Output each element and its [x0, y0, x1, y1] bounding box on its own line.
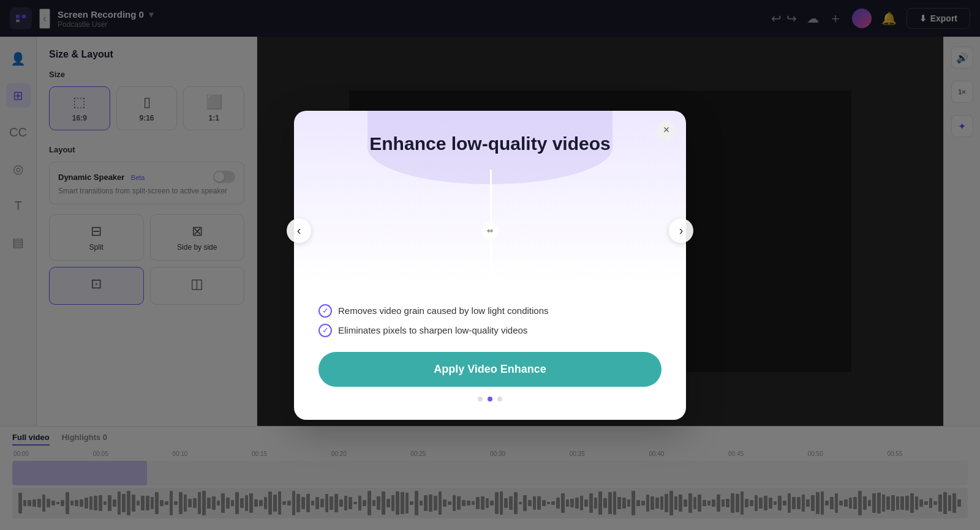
check-icon-1: ✓: [318, 304, 332, 318]
modal-title: Enhance low-quality videos: [318, 133, 662, 155]
enhance-modal: × Enhance low-quality videos ‹: [294, 111, 686, 420]
carousel-dots: [318, 397, 662, 401]
check-icon-2: ✓: [318, 324, 332, 337]
comparison-section: ‹ OPEN: [318, 170, 662, 292]
close-icon: ×: [663, 124, 670, 136]
before-after-comparison: OPEN: [318, 170, 662, 292]
feature-item-2: ✓ Eliminates pixels to sharpen low-quali…: [318, 324, 662, 337]
apply-video-enhance-button[interactable]: Apply Video Enhance: [318, 352, 662, 387]
carousel-prev-button[interactable]: ‹: [287, 218, 311, 243]
modal-overlay[interactable]: × Enhance low-quality videos ‹: [0, 0, 980, 530]
feature-text-2: Eliminates pixels to sharpen low-quality…: [338, 325, 527, 335]
dot-3[interactable]: [497, 397, 502, 401]
feature-text-1: Removes video grain caused by low light …: [338, 305, 549, 316]
feature-list: ✓ Removes video grain caused by low ligh…: [318, 304, 662, 337]
chevron-left-icon: ‹: [297, 223, 301, 237]
dot-2[interactable]: [488, 397, 492, 401]
feature-item-1: ✓ Removes video grain caused by low ligh…: [318, 304, 662, 318]
dot-1[interactable]: [478, 397, 483, 401]
carousel-next-button[interactable]: ›: [669, 218, 693, 243]
chevron-right-icon: ›: [679, 223, 684, 237]
comparison-handle[interactable]: ⇔: [481, 222, 499, 239]
modal-content: Enhance low-quality videos ‹: [318, 133, 662, 401]
